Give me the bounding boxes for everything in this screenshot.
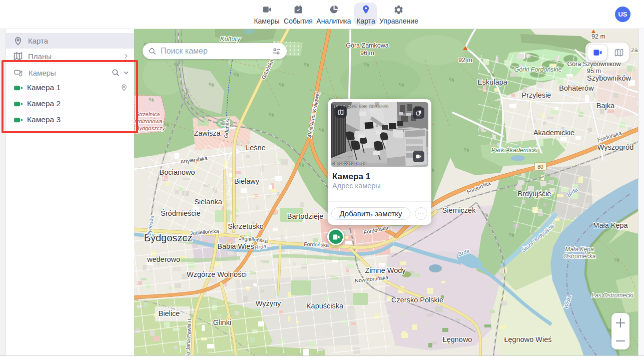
svg-text:Las Ostromecki: Las Ostromecki	[591, 292, 633, 299]
svg-text:Glinki: Glinki	[213, 318, 231, 326]
svg-text:Eskulapa: Eskulapa	[477, 78, 508, 86]
svg-text:Bohaterów: Bohaterów	[559, 84, 594, 92]
svg-text:Bocianowo: Bocianowo	[160, 168, 195, 176]
svg-text:Kultury: Kultury	[220, 35, 241, 43]
svg-text:Brdyujście: Brdyujście	[518, 190, 551, 198]
svg-text:95 m: 95 m	[587, 68, 601, 75]
svg-text:Babia Wieś: Babia Wieś	[217, 242, 254, 250]
svg-text:92 m: 92 m	[458, 57, 472, 64]
svg-text:96 m: 96 m	[360, 50, 374, 57]
svg-text:zań: zań	[631, 46, 638, 54]
svg-text:Bartodzieje: Bartodzieje	[287, 212, 324, 220]
svg-text:Łęgnowo: Łęgnowo	[443, 335, 472, 343]
svg-text:Akademickie: Akademickie	[533, 129, 574, 137]
svg-text:Zimne Wody: Zimne Wody	[365, 266, 406, 274]
svg-text:Sierniczek: Sierniczek	[442, 206, 476, 214]
svg-text:Wyżyny: Wyżyny	[256, 299, 281, 307]
svg-text:Mała Kępa: Mała Kępa	[565, 246, 594, 253]
svg-text:Bajka: Bajka	[596, 102, 615, 110]
svg-text:Wzgórze Wolności: Wzgórze Wolności	[187, 270, 247, 278]
svg-text:80: 80	[537, 164, 543, 170]
svg-text:Bielice: Bielice	[159, 309, 180, 317]
svg-text:Przylesie: Przylesie	[522, 91, 551, 99]
svg-text:Ostromecka: Ostromecka	[563, 253, 596, 260]
svg-text:Sielanka: Sielanka	[194, 198, 223, 206]
svg-text:Zawisza: Zawisza	[194, 129, 221, 137]
svg-text:DS-2CD2420F-IW: DS-2CD2420F-IW	[332, 161, 366, 166]
svg-text:Fordońska: Fordońska	[304, 241, 329, 248]
svg-text:Bydgoszczy: Bydgoszczy	[136, 125, 166, 131]
svg-text:arnizonowa: arnizonowa	[134, 118, 162, 124]
svg-text:Wyszogród: Wyszogród	[597, 143, 633, 151]
svg-text:Górki Fordońskie: Górki Fordońskie	[514, 66, 561, 73]
svg-text:Park Akademicki: Park Akademicki	[491, 147, 538, 154]
svg-text:Skrzetusko: Skrzetusko	[228, 222, 264, 230]
svg-text:Łęgnowo Wieś: Łęgnowo Wieś	[504, 335, 551, 343]
svg-text:Kapuściska: Kapuściska	[306, 302, 344, 310]
svg-text:Mała Kępa: Mała Kępa	[593, 221, 628, 229]
svg-text:Bielawy: Bielawy	[234, 177, 260, 185]
svg-text:wederowo: wederowo	[147, 255, 180, 263]
svg-text:Strzelnica: Strzelnica	[136, 111, 160, 117]
svg-text:Szybowników: Szybowników	[587, 74, 631, 82]
svg-text:Leśne: Leśne	[246, 144, 266, 152]
svg-text:Śródmieście: Śródmieście	[161, 209, 201, 217]
svg-text:Czersko Polskie: Czersko Polskie	[391, 296, 443, 304]
svg-text:92 m: 92 m	[591, 33, 605, 40]
svg-text:Góra Zamkowa: Góra Zamkowa	[346, 42, 388, 49]
